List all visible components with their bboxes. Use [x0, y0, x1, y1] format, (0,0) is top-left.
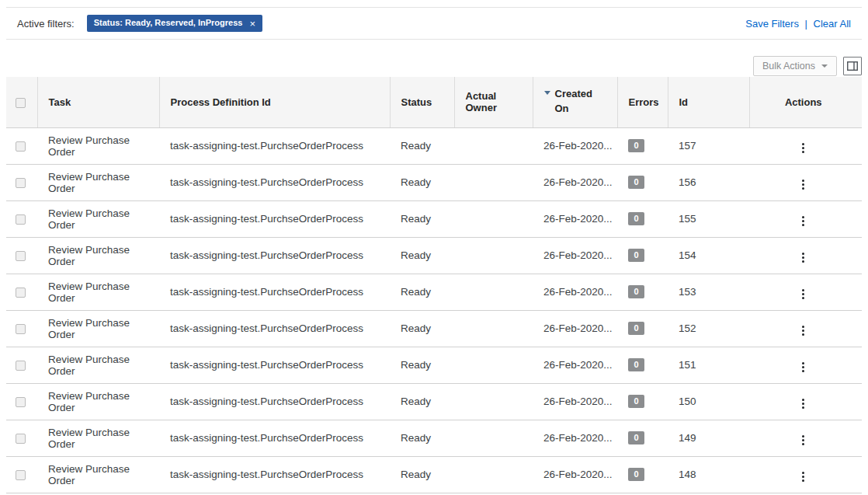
- task-status: Ready: [401, 176, 431, 188]
- sort-descending-icon[interactable]: [544, 91, 550, 95]
- column-header-created[interactable]: Created On: [533, 77, 617, 127]
- row-checkbox[interactable]: [16, 470, 26, 480]
- task-id: 153: [679, 286, 696, 298]
- row-checkbox[interactable]: [16, 324, 26, 334]
- column-header-owner[interactable]: Actual Owner: [454, 77, 533, 127]
- task-id: 155: [679, 213, 696, 225]
- task-id: 151: [679, 359, 696, 371]
- created-on: 26-Feb-2020...: [543, 176, 613, 188]
- row-checkbox[interactable]: [16, 178, 26, 188]
- errors-badge[interactable]: 0: [628, 322, 644, 335]
- created-on: 26-Feb-2020...: [543, 213, 613, 225]
- table-row: Review Purchase Order task-assigning-tes…: [6, 237, 862, 274]
- kebab-menu-icon[interactable]: [797, 396, 809, 412]
- row-checkbox[interactable]: [16, 397, 26, 407]
- clear-all-link[interactable]: Clear All: [814, 18, 851, 30]
- manage-columns-button[interactable]: [843, 57, 862, 75]
- task-name[interactable]: Review Purchase Order: [48, 463, 130, 486]
- errors-badge[interactable]: 0: [628, 285, 644, 298]
- process-definition-id: task-assigning-test.PurchseOrderProcess: [170, 359, 363, 371]
- bulk-actions-button[interactable]: Bulk Actions: [753, 56, 837, 76]
- task-inbox-page: Active filters: Status: Ready, Reserved,…: [0, 0, 868, 493]
- table-row: Review Purchase Order task-assigning-tes…: [6, 347, 862, 383]
- task-status: Ready: [401, 140, 431, 152]
- kebab-menu-icon[interactable]: [797, 359, 809, 375]
- active-filters-label: Active filters:: [17, 18, 75, 30]
- task-id: 152: [679, 322, 696, 334]
- column-header-id[interactable]: Id: [668, 77, 749, 127]
- process-definition-id: task-assigning-test.PurchseOrderProcess: [170, 249, 363, 261]
- table-toolbar: Bulk Actions: [6, 56, 862, 76]
- table-row: Review Purchase Order task-assigning-tes…: [6, 127, 862, 164]
- row-checkbox[interactable]: [16, 434, 26, 444]
- kebab-menu-icon[interactable]: [797, 322, 809, 339]
- task-status: Ready: [401, 322, 431, 334]
- table-row: Review Purchase Order task-assigning-tes…: [6, 164, 862, 200]
- task-name[interactable]: Review Purchase Order: [48, 317, 130, 340]
- column-header-task-label: Task: [49, 96, 71, 108]
- created-on: 26-Feb-2020...: [543, 359, 613, 371]
- task-name[interactable]: Review Purchase Order: [48, 134, 130, 158]
- status-filter-chip[interactable]: Status: Ready, Reserved, InProgress ×: [87, 15, 262, 31]
- process-definition-id: task-assigning-test.PurchseOrderProcess: [170, 286, 363, 298]
- task-id: 157: [679, 140, 696, 152]
- column-header-actions: Actions: [749, 77, 862, 127]
- row-checkbox[interactable]: [16, 141, 26, 152]
- errors-badge[interactable]: 0: [628, 249, 644, 262]
- column-header-task[interactable]: Task: [37, 77, 159, 127]
- task-status: Ready: [401, 432, 431, 444]
- task-table-body: Review Purchase Order task-assigning-tes…: [6, 127, 862, 493]
- select-all-checkbox[interactable]: [16, 98, 26, 108]
- column-header-errors-label: Errors: [629, 96, 659, 108]
- row-checkbox[interactable]: [16, 361, 26, 371]
- errors-badge[interactable]: 0: [628, 468, 644, 481]
- task-status: Ready: [401, 249, 431, 261]
- task-name[interactable]: Review Purchase Order: [48, 281, 130, 304]
- kebab-menu-icon[interactable]: [797, 249, 809, 266]
- chevron-down-icon: [821, 64, 828, 68]
- kebab-menu-icon[interactable]: [797, 140, 809, 156]
- column-header-created-label: Created On: [555, 87, 600, 117]
- task-name[interactable]: Review Purchase Order: [48, 390, 130, 413]
- errors-badge[interactable]: 0: [628, 358, 644, 371]
- row-checkbox[interactable]: [16, 288, 26, 298]
- chip-close-icon[interactable]: ×: [249, 19, 255, 29]
- process-definition-id: task-assigning-test.PurchseOrderProcess: [170, 176, 363, 188]
- errors-badge[interactable]: 0: [628, 139, 644, 152]
- task-id: 156: [679, 176, 696, 188]
- kebab-menu-icon[interactable]: [797, 213, 809, 229]
- task-status: Ready: [401, 359, 431, 371]
- kebab-menu-icon[interactable]: [797, 286, 809, 302]
- task-name[interactable]: Review Purchase Order: [48, 171, 130, 194]
- table-row: Review Purchase Order task-assigning-tes…: [6, 310, 862, 347]
- table-row: Review Purchase Order task-assigning-tes…: [6, 456, 862, 493]
- errors-badge[interactable]: 0: [628, 431, 644, 444]
- row-checkbox[interactable]: [16, 214, 26, 225]
- errors-badge[interactable]: 0: [628, 395, 644, 408]
- columns-icon: [847, 61, 858, 71]
- table-header-row: Task Process Definition Id Status Actual…: [6, 77, 862, 127]
- row-checkbox[interactable]: [16, 251, 26, 261]
- kebab-menu-icon[interactable]: [797, 469, 809, 485]
- task-name[interactable]: Review Purchase Order: [48, 244, 130, 267]
- column-header-id-label: Id: [679, 96, 689, 108]
- process-definition-id: task-assigning-test.PurchseOrderProcess: [170, 213, 363, 225]
- save-filters-link[interactable]: Save Filters: [745, 18, 799, 30]
- task-name[interactable]: Review Purchase Order: [48, 354, 130, 377]
- column-header-status[interactable]: Status: [390, 77, 454, 127]
- process-definition-id: task-assigning-test.PurchseOrderProcess: [170, 469, 363, 480]
- column-header-errors[interactable]: Errors: [617, 77, 668, 127]
- process-definition-id: task-assigning-test.PurchseOrderProcess: [170, 322, 363, 334]
- kebab-menu-icon[interactable]: [797, 176, 809, 193]
- column-header-process[interactable]: Process Definition Id: [159, 77, 390, 127]
- table-row: Review Purchase Order task-assigning-tes…: [6, 420, 862, 456]
- errors-badge[interactable]: 0: [628, 176, 644, 189]
- task-name[interactable]: Review Purchase Order: [48, 207, 130, 231]
- kebab-menu-icon[interactable]: [797, 432, 809, 448]
- task-name[interactable]: Review Purchase Order: [48, 427, 130, 450]
- task-id: 150: [679, 396, 696, 407]
- created-on: 26-Feb-2020...: [543, 432, 613, 444]
- table-row: Review Purchase Order task-assigning-tes…: [6, 383, 862, 420]
- errors-badge[interactable]: 0: [628, 212, 644, 225]
- filter-links-divider: |: [805, 18, 807, 30]
